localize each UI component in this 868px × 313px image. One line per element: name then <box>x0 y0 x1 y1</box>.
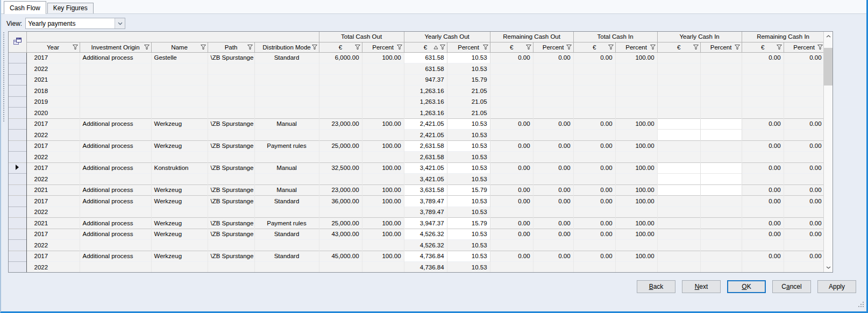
cell-tci_eur[interactable] <box>573 152 615 163</box>
cell-yco_eur[interactable]: 3,421.05 <box>404 174 447 185</box>
cell-yco_pct[interactable]: 21.05 <box>447 86 490 97</box>
cell-year[interactable]: 2017 <box>26 118 80 130</box>
cell-yci_eur[interactable] <box>657 118 700 130</box>
cell-tco_eur[interactable] <box>319 240 362 251</box>
col-header-rco_pct[interactable]: Percent <box>533 42 573 52</box>
cell-tco_pct[interactable] <box>362 207 404 218</box>
cell-origin[interactable] <box>80 240 151 251</box>
cell-yco_eur[interactable]: 3,421.05 <box>404 162 447 174</box>
cell-tco_pct[interactable] <box>362 74 404 86</box>
row-header[interactable] <box>9 140 26 152</box>
cell-yco_eur[interactable]: 947.37 <box>404 74 447 86</box>
cell-yco_pct[interactable]: 10.53 <box>447 229 490 240</box>
cell-tco_pct[interactable]: 100.00 <box>362 251 404 262</box>
cell-yci_eur[interactable] <box>657 229 700 240</box>
row-header[interactable] <box>9 130 26 141</box>
cell-tci_pct[interactable] <box>615 240 657 251</box>
cell-tco_pct[interactable]: 100.00 <box>362 140 404 152</box>
next-button[interactable]: Next <box>682 280 721 293</box>
cell-rci_pct[interactable] <box>784 63 823 75</box>
vertical-scrollbar[interactable] <box>823 32 833 272</box>
cell-yco_eur[interactable]: 4,526.32 <box>404 229 447 240</box>
cell-rco_pct[interactable] <box>533 108 573 119</box>
row-header[interactable] <box>9 262 26 273</box>
cell-rci_pct[interactable] <box>784 207 823 218</box>
filter-funnel-icon[interactable] <box>201 44 206 51</box>
cell-name[interactable]: Werkzeug <box>151 184 208 196</box>
cell-rci_eur[interactable]: 0.00 <box>742 162 784 174</box>
cell-yco_eur[interactable]: 3,789.47 <box>404 196 447 207</box>
cell-yco_eur[interactable]: 3,947.37 <box>404 218 447 229</box>
cell-rci_pct[interactable]: 0.00 <box>784 229 823 240</box>
cell-path[interactable] <box>208 240 254 251</box>
cell-tci_eur[interactable]: 0.00 <box>573 184 615 196</box>
cell-yci_eur[interactable] <box>657 52 700 63</box>
cell-year[interactable]: 2022 <box>26 130 80 141</box>
cell-rci_pct[interactable] <box>784 86 823 97</box>
cell-rci_eur[interactable] <box>742 174 784 185</box>
cell-tci_eur[interactable] <box>573 74 615 86</box>
cell-yco_pct[interactable]: 10.53 <box>447 140 490 152</box>
cell-yco_pct[interactable]: 10.53 <box>447 251 490 262</box>
cell-yci_pct[interactable] <box>700 240 742 251</box>
cell-tco_eur[interactable] <box>319 174 362 185</box>
cell-path[interactable] <box>208 207 254 218</box>
cell-tci_pct[interactable]: 100.00 <box>615 118 657 130</box>
cell-mode[interactable]: Manual <box>254 184 319 196</box>
cell-origin[interactable]: Additional process <box>80 229 151 240</box>
cell-yci_pct[interactable] <box>700 86 742 97</box>
cell-rco_pct[interactable]: 0.00 <box>533 229 573 240</box>
cell-origin[interactable]: Additional process <box>80 52 151 63</box>
cell-tco_eur[interactable]: 32,500.00 <box>319 162 362 174</box>
cell-rco_eur[interactable] <box>490 174 533 185</box>
cell-tco_pct[interactable]: 100.00 <box>362 118 404 130</box>
cell-rci_pct[interactable]: 0.00 <box>784 162 823 174</box>
cell-mode[interactable]: Standard <box>254 251 319 262</box>
cell-tci_pct[interactable]: 100.00 <box>615 196 657 207</box>
cell-path[interactable] <box>208 152 254 163</box>
row-header[interactable] <box>9 96 26 108</box>
cell-rco_eur[interactable] <box>490 207 533 218</box>
cell-rci_pct[interactable] <box>784 108 823 119</box>
cell-mode[interactable] <box>254 63 319 75</box>
row-header[interactable] <box>9 86 26 97</box>
cell-yco_pct[interactable]: 10.53 <box>447 240 490 251</box>
cell-rco_eur[interactable]: 0.00 <box>490 218 533 229</box>
row-header[interactable] <box>9 251 26 262</box>
cell-rci_pct[interactable]: 0.00 <box>784 218 823 229</box>
cell-yci_eur[interactable] <box>657 184 700 196</box>
cell-mode[interactable] <box>254 74 319 86</box>
scroll-down-icon[interactable] <box>824 263 833 272</box>
col-header-mode[interactable]: Distribution Mode <box>254 42 319 52</box>
cell-origin[interactable]: Additional process <box>80 118 151 130</box>
cell-yci_eur[interactable] <box>657 251 700 262</box>
cell-name[interactable]: Werkzeug <box>151 251 208 262</box>
cell-tci_pct[interactable] <box>615 130 657 141</box>
cell-yco_eur[interactable]: 1,263.16 <box>404 96 447 108</box>
grid-corner-button[interactable] <box>9 32 26 52</box>
cell-tco_eur[interactable] <box>319 262 362 273</box>
cell-tco_pct[interactable] <box>362 86 404 97</box>
cell-path[interactable] <box>208 74 254 86</box>
cell-yci_pct[interactable] <box>700 262 742 273</box>
cell-year[interactable]: 2017 <box>26 251 80 262</box>
cell-yco_eur[interactable]: 2,421.05 <box>404 118 447 130</box>
cell-name[interactable] <box>151 207 208 218</box>
cell-tci_pct[interactable] <box>615 74 657 86</box>
cell-origin[interactable] <box>80 262 151 273</box>
cell-tco_eur[interactable]: 25,000.00 <box>319 140 362 152</box>
cell-yco_pct[interactable]: 10.53 <box>447 162 490 174</box>
cell-path[interactable]: \ZB Spurstange <box>208 118 254 130</box>
cell-name[interactable] <box>151 130 208 141</box>
col-header-origin[interactable]: Investment Origin <box>80 42 151 52</box>
cell-tci_eur[interactable] <box>573 96 615 108</box>
cell-rci_eur[interactable] <box>742 152 784 163</box>
filter-funnel-icon[interactable] <box>355 44 360 51</box>
filter-funnel-icon[interactable] <box>735 44 740 51</box>
cell-name[interactable] <box>151 86 208 97</box>
cell-rco_eur[interactable]: 0.00 <box>490 162 533 174</box>
cell-rci_eur[interactable] <box>742 63 784 75</box>
cell-tco_pct[interactable]: 100.00 <box>362 184 404 196</box>
cell-mode[interactable]: Standard <box>254 229 319 240</box>
cell-name[interactable]: Werkzeug <box>151 229 208 240</box>
